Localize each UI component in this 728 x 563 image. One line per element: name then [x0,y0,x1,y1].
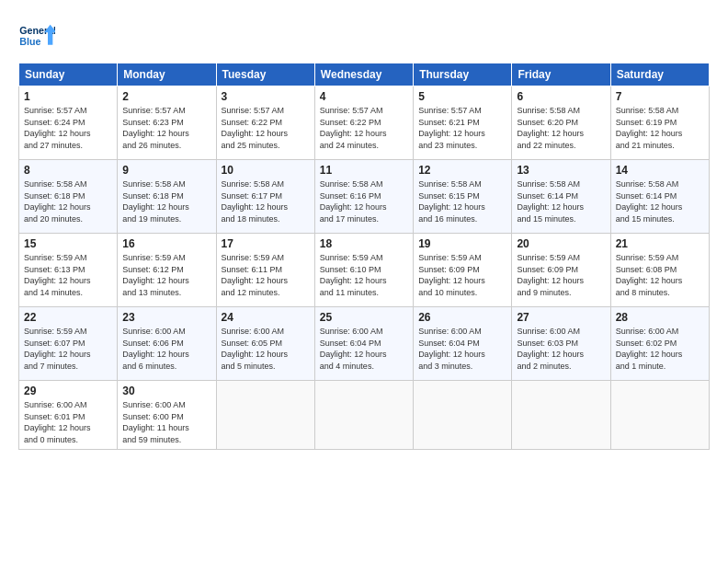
day-info: Sunrise: 6:00 AM Sunset: 6:02 PM Dayligh… [616,326,704,372]
calendar-cell: 5Sunrise: 5:57 AM Sunset: 6:21 PM Daylig… [414,86,512,160]
day-number: 19 [418,237,506,250]
calendar-cell: 18Sunrise: 5:59 AM Sunset: 6:10 PM Dayli… [314,234,413,307]
calendar-cell: 13Sunrise: 5:58 AM Sunset: 6:14 PM Dayli… [512,160,610,234]
week-row-4: 22Sunrise: 5:59 AM Sunset: 6:07 PM Dayli… [19,307,710,381]
calendar-cell: 23Sunrise: 6:00 AM Sunset: 6:06 PM Dayli… [118,307,216,381]
day-number: 21 [616,237,704,250]
calendar-cell: 3Sunrise: 5:57 AM Sunset: 6:22 PM Daylig… [216,86,314,160]
day-number: 23 [122,311,210,324]
week-row-2: 8Sunrise: 5:58 AM Sunset: 6:18 PM Daylig… [19,160,710,234]
calendar-cell: 20Sunrise: 5:59 AM Sunset: 6:09 PM Dayli… [512,234,610,307]
day-number: 2 [122,90,210,103]
calendar-cell [216,381,314,450]
day-info: Sunrise: 5:58 AM Sunset: 6:17 PM Dayligh… [222,178,310,224]
day-info: Sunrise: 5:59 AM Sunset: 6:10 PM Dayligh… [320,252,408,298]
day-number: 4 [320,90,408,103]
calendar-cell [512,381,610,450]
week-row-3: 15Sunrise: 5:59 AM Sunset: 6:13 PM Dayli… [19,234,710,307]
day-number: 1 [24,90,112,103]
weekday-header-row: SundayMondayTuesdayWednesdayThursdayFrid… [19,63,710,86]
day-number: 6 [517,90,605,103]
day-info: Sunrise: 6:00 AM Sunset: 6:06 PM Dayligh… [122,326,210,372]
day-info: Sunrise: 5:57 AM Sunset: 6:24 PM Dayligh… [24,105,112,151]
calendar-cell: 6Sunrise: 5:58 AM Sunset: 6:20 PM Daylig… [512,86,610,160]
day-info: Sunrise: 5:59 AM Sunset: 6:11 PM Dayligh… [222,252,310,298]
day-info: Sunrise: 5:58 AM Sunset: 6:14 PM Dayligh… [517,178,605,224]
day-number: 29 [24,385,112,397]
day-number: 17 [222,237,310,250]
day-number: 12 [418,164,506,177]
day-info: Sunrise: 6:00 AM Sunset: 6:05 PM Dayligh… [222,326,310,372]
day-number: 15 [24,237,112,250]
calendar-cell: 21Sunrise: 5:59 AM Sunset: 6:08 PM Dayli… [610,234,709,307]
day-info: Sunrise: 6:00 AM Sunset: 6:04 PM Dayligh… [320,326,408,372]
day-info: Sunrise: 5:59 AM Sunset: 6:08 PM Dayligh… [616,252,704,298]
calendar-cell [314,381,413,450]
day-info: Sunrise: 5:57 AM Sunset: 6:23 PM Dayligh… [122,105,210,151]
week-row-5: 29Sunrise: 6:00 AM Sunset: 6:01 PM Dayli… [19,381,710,450]
calendar-cell: 4Sunrise: 5:57 AM Sunset: 6:22 PM Daylig… [314,86,413,160]
calendar-cell: 15Sunrise: 5:59 AM Sunset: 6:13 PM Dayli… [19,234,118,307]
day-number: 27 [517,311,605,324]
day-number: 5 [418,90,506,103]
day-info: Sunrise: 5:58 AM Sunset: 6:18 PM Dayligh… [24,178,112,224]
logo: General Blue [18,18,55,55]
day-number: 14 [616,164,704,177]
day-number: 10 [222,164,310,177]
calendar-cell: 7Sunrise: 5:58 AM Sunset: 6:19 PM Daylig… [610,86,709,160]
calendar-cell: 11Sunrise: 5:58 AM Sunset: 6:16 PM Dayli… [314,160,413,234]
day-number: 28 [616,311,704,324]
weekday-header-tuesday: Tuesday [216,63,314,86]
day-number: 22 [24,311,112,324]
calendar-cell: 19Sunrise: 5:59 AM Sunset: 6:09 PM Dayli… [414,234,512,307]
calendar-cell: 16Sunrise: 5:59 AM Sunset: 6:12 PM Dayli… [118,234,216,307]
logo-svg: General Blue [18,18,55,55]
day-number: 11 [320,164,408,177]
day-info: Sunrise: 5:57 AM Sunset: 6:22 PM Dayligh… [320,105,408,151]
calendar-cell: 12Sunrise: 5:58 AM Sunset: 6:15 PM Dayli… [414,160,512,234]
day-info: Sunrise: 5:58 AM Sunset: 6:16 PM Dayligh… [320,178,408,224]
weekday-header-wednesday: Wednesday [314,63,413,86]
day-number: 16 [122,237,210,250]
calendar-cell: 25Sunrise: 6:00 AM Sunset: 6:04 PM Dayli… [314,307,413,381]
weekday-header-saturday: Saturday [610,63,709,86]
weekday-header-thursday: Thursday [414,63,512,86]
day-info: Sunrise: 6:00 AM Sunset: 6:01 PM Dayligh… [24,399,112,445]
header: General Blue [18,15,710,55]
calendar-cell: 8Sunrise: 5:58 AM Sunset: 6:18 PM Daylig… [19,160,118,234]
calendar-cell: 27Sunrise: 6:00 AM Sunset: 6:03 PM Dayli… [512,307,610,381]
calendar-cell: 28Sunrise: 6:00 AM Sunset: 6:02 PM Dayli… [610,307,709,381]
day-info: Sunrise: 5:58 AM Sunset: 6:19 PM Dayligh… [616,105,704,151]
calendar-cell: 14Sunrise: 5:58 AM Sunset: 6:14 PM Dayli… [610,160,709,234]
day-number: 3 [222,90,310,103]
calendar-table: SundayMondayTuesdayWednesdayThursdayFrid… [18,63,710,450]
day-info: Sunrise: 5:57 AM Sunset: 6:21 PM Dayligh… [418,105,506,151]
day-info: Sunrise: 5:59 AM Sunset: 6:13 PM Dayligh… [24,252,112,298]
day-number: 8 [24,164,112,177]
svg-text:Blue: Blue [19,36,40,47]
day-number: 9 [122,164,210,177]
day-info: Sunrise: 5:59 AM Sunset: 6:09 PM Dayligh… [418,252,506,298]
day-info: Sunrise: 5:59 AM Sunset: 6:12 PM Dayligh… [122,252,210,298]
day-info: Sunrise: 5:58 AM Sunset: 6:18 PM Dayligh… [122,178,210,224]
day-info: Sunrise: 6:00 AM Sunset: 6:04 PM Dayligh… [418,326,506,372]
day-number: 30 [122,385,210,397]
weekday-header-monday: Monday [118,63,216,86]
week-row-1: 1Sunrise: 5:57 AM Sunset: 6:24 PM Daylig… [19,86,710,160]
calendar-cell: 2Sunrise: 5:57 AM Sunset: 6:23 PM Daylig… [118,86,216,160]
calendar-cell: 17Sunrise: 5:59 AM Sunset: 6:11 PM Dayli… [216,234,314,307]
calendar-cell: 1Sunrise: 5:57 AM Sunset: 6:24 PM Daylig… [19,86,118,160]
page: General Blue SundayMondayTuesdayWednesda… [0,0,728,459]
day-number: 26 [418,311,506,324]
day-info: Sunrise: 6:00 AM Sunset: 6:03 PM Dayligh… [517,326,605,372]
day-info: Sunrise: 5:58 AM Sunset: 6:15 PM Dayligh… [418,178,506,224]
calendar-cell: 24Sunrise: 6:00 AM Sunset: 6:05 PM Dayli… [216,307,314,381]
calendar-cell [414,381,512,450]
day-number: 18 [320,237,408,250]
calendar-cell: 10Sunrise: 5:58 AM Sunset: 6:17 PM Dayli… [216,160,314,234]
day-info: Sunrise: 5:58 AM Sunset: 6:14 PM Dayligh… [616,178,704,224]
weekday-header-sunday: Sunday [19,63,118,86]
day-info: Sunrise: 6:00 AM Sunset: 6:00 PM Dayligh… [122,399,210,445]
calendar-cell: 9Sunrise: 5:58 AM Sunset: 6:18 PM Daylig… [118,160,216,234]
calendar-body: 1Sunrise: 5:57 AM Sunset: 6:24 PM Daylig… [19,86,710,450]
